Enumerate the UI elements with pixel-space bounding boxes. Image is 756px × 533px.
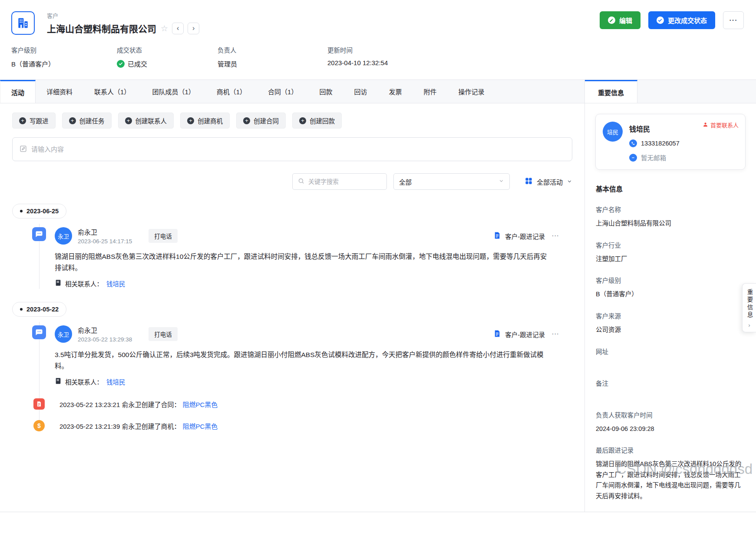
related-contact-icon bbox=[55, 377, 62, 386]
info-field-remark: 备注 bbox=[596, 378, 745, 399]
write-followup-button[interactable]: + 写跟进 bbox=[12, 113, 56, 129]
create-opportunity-button[interactable]: + 创建商机 bbox=[180, 113, 230, 129]
chat-bubble-icon bbox=[32, 325, 46, 339]
tab-contracts[interactable]: 合同（1） bbox=[257, 80, 308, 103]
next-customer-button[interactable]: › bbox=[188, 23, 199, 34]
related-contact-label: 相关联系人： bbox=[65, 279, 103, 288]
info-field-owner-acquire-time: 负责人获取客户时间 2024-09-06 23:09:28 bbox=[596, 410, 745, 434]
record-more-menu-icon[interactable]: ··· bbox=[552, 232, 559, 239]
field-value: 已成交 bbox=[128, 59, 147, 68]
followup-composer bbox=[12, 137, 572, 161]
info-label: 负责人获取客户时间 bbox=[596, 410, 745, 419]
user-avatar: 永卫 bbox=[55, 325, 72, 343]
customer-header: 客户 上海山合塑料制品有限公司 ☆ ‹ › 编辑 bbox=[0, 0, 756, 79]
field-label: 成交状态 bbox=[117, 45, 218, 54]
create-receivable-button[interactable]: + 创建回款 bbox=[292, 113, 342, 129]
followup-type-tag: 打电话 bbox=[149, 327, 178, 341]
timeline-date-badge: 2023-06-25 bbox=[12, 204, 66, 218]
opportunity-link[interactable]: 阻燃PC黑色 bbox=[182, 421, 218, 430]
deal-status-check-icon bbox=[117, 60, 125, 68]
compose-pencil-icon bbox=[20, 145, 27, 154]
record-time: 2023-06-25 14:17:15 bbox=[78, 238, 132, 245]
type-filter-select[interactable]: 全部 bbox=[393, 173, 510, 190]
tab-return-visits[interactable]: 回访 bbox=[343, 80, 378, 103]
phone-icon bbox=[629, 139, 637, 147]
contract-link[interactable]: 阻燃PC黑色 bbox=[182, 400, 218, 409]
field-update-time: 更新时间 2023-04-10 12:32:54 bbox=[327, 45, 388, 68]
email-icon bbox=[629, 154, 637, 162]
record-source: 客户-跟进记录 bbox=[493, 232, 545, 241]
field-customer-level: 客户级别 B（普通客户） bbox=[11, 45, 117, 68]
dot-icon bbox=[20, 308, 23, 311]
entity-type-label: 客户 bbox=[47, 11, 199, 20]
tab-activity[interactable]: 活动 bbox=[0, 80, 36, 103]
field-label: 更新时间 bbox=[327, 45, 388, 54]
opportunity-created-event: $ 2023-05-22 13:21:39 俞永卫创建了商机： 阻燃PC黑色 bbox=[12, 420, 572, 431]
info-label: 客户级别 bbox=[596, 275, 745, 285]
event-text: 2023-05-22 13:21:39 俞永卫创建了商机： bbox=[59, 421, 180, 430]
activity-scope-dropdown[interactable]: 全部活动 bbox=[525, 177, 572, 186]
record-more-menu-icon[interactable]: ··· bbox=[552, 331, 559, 338]
related-contact-link[interactable]: 钱培民 bbox=[106, 279, 125, 288]
tab-opportunities[interactable]: 商机（1） bbox=[206, 80, 257, 103]
edit-button[interactable]: 编辑 bbox=[600, 11, 640, 29]
related-contact-label: 相关联系人： bbox=[65, 377, 103, 386]
tab-team-members[interactable]: 团队成员（1） bbox=[141, 80, 205, 103]
tab-contacts[interactable]: 联系人（1） bbox=[83, 80, 141, 103]
info-field-industry: 客户行业 注塑加工厂 bbox=[596, 240, 745, 265]
record-doc-icon bbox=[493, 232, 501, 241]
grid-icon bbox=[525, 177, 533, 186]
related-contact-link[interactable]: 钱培民 bbox=[106, 377, 125, 386]
search-icon bbox=[298, 178, 304, 185]
star-icon[interactable]: ☆ bbox=[161, 23, 168, 33]
tab-receivables[interactable]: 回款 bbox=[308, 80, 343, 103]
info-field-customer-name: 客户名称 上海山合塑料制品有限公司 bbox=[596, 205, 745, 229]
contract-created-event: 2023-05-22 13:23:21 俞永卫创建了合同： 阻燃PC黑色 bbox=[12, 398, 572, 410]
record-content: 锦湖日丽的阻燃ABS灰色第三次改进样料10公斤发的客户工厂，跟进试料时间安排，钱… bbox=[55, 251, 548, 273]
basic-info-title: 基本信息 bbox=[596, 184, 745, 193]
tab-operation-log[interactable]: 操作记录 bbox=[447, 80, 495, 103]
record-content: 3.5吨订单分批发货，500公斤确认正常，后续3吨发货完成。跟进锦湖日丽小付阻燃… bbox=[55, 349, 548, 371]
info-label: 网址 bbox=[596, 347, 745, 356]
tab-important-info[interactable]: 重要信息 bbox=[585, 80, 637, 103]
field-value: 管理员 bbox=[218, 59, 327, 68]
tab-invoices[interactable]: 发票 bbox=[378, 80, 413, 103]
plus-icon: + bbox=[243, 117, 250, 124]
keyword-search-box bbox=[292, 173, 387, 190]
info-value: 上海山合塑料制品有限公司 bbox=[596, 218, 745, 229]
field-owner: 负责人 管理员 bbox=[218, 45, 327, 68]
detail-tabs: 活动 详细资料 联系人（1） 团队成员（1） 商机（1） 合同（1） 回款 回访… bbox=[0, 80, 584, 103]
primary-contact-card[interactable]: 首要联系人 培民 钱培民 13331826057 bbox=[595, 114, 746, 170]
contact-phone: 13331826057 bbox=[641, 140, 680, 147]
important-info-collapse-tab[interactable]: 重要信息 › bbox=[742, 283, 756, 332]
info-value bbox=[596, 392, 745, 399]
tab-details[interactable]: 详细资料 bbox=[36, 80, 83, 103]
chevron-down-icon bbox=[498, 178, 504, 185]
create-contact-button[interactable]: + 创建联系人 bbox=[118, 113, 174, 129]
plus-icon: + bbox=[69, 117, 76, 124]
contact-email-row: 暂无邮箱 bbox=[629, 153, 680, 162]
followup-input[interactable] bbox=[31, 146, 565, 153]
more-actions-button[interactable]: ··· bbox=[723, 11, 744, 29]
change-deal-status-label: 更改成交状态 bbox=[668, 16, 707, 25]
create-task-button[interactable]: + 创建任务 bbox=[62, 113, 112, 129]
contact-avatar: 培民 bbox=[603, 122, 623, 142]
prev-customer-button[interactable]: ‹ bbox=[172, 23, 184, 34]
chevron-right-icon: › bbox=[748, 322, 750, 328]
change-deal-status-button[interactable]: 更改成交状态 bbox=[648, 11, 715, 29]
collapse-tab-label: 重要信息 bbox=[745, 289, 754, 319]
check-icon bbox=[657, 17, 664, 24]
contact-phone-row: 13331826057 bbox=[629, 139, 680, 147]
info-label: 最后跟进记录 bbox=[596, 445, 745, 454]
field-deal-status: 成交状态 已成交 bbox=[117, 45, 218, 68]
important-info-panel: 重要信息 首要联系人 培民 钱培民 bbox=[585, 80, 756, 512]
timeline-date-badge: 2023-05-22 bbox=[12, 302, 66, 317]
create-contract-button[interactable]: + 创建合同 bbox=[236, 113, 286, 129]
info-field-level: 客户级别 B（普通客户） bbox=[596, 275, 745, 300]
contract-icon bbox=[33, 398, 45, 410]
quick-actions: + 写跟进 + 创建任务 + 创建联系人 + 创建商机 bbox=[12, 113, 572, 129]
tab-attachments[interactable]: 附件 bbox=[413, 80, 447, 103]
record-doc-icon bbox=[493, 330, 501, 339]
plus-icon: + bbox=[19, 117, 26, 124]
keyword-search-input[interactable] bbox=[308, 178, 381, 185]
